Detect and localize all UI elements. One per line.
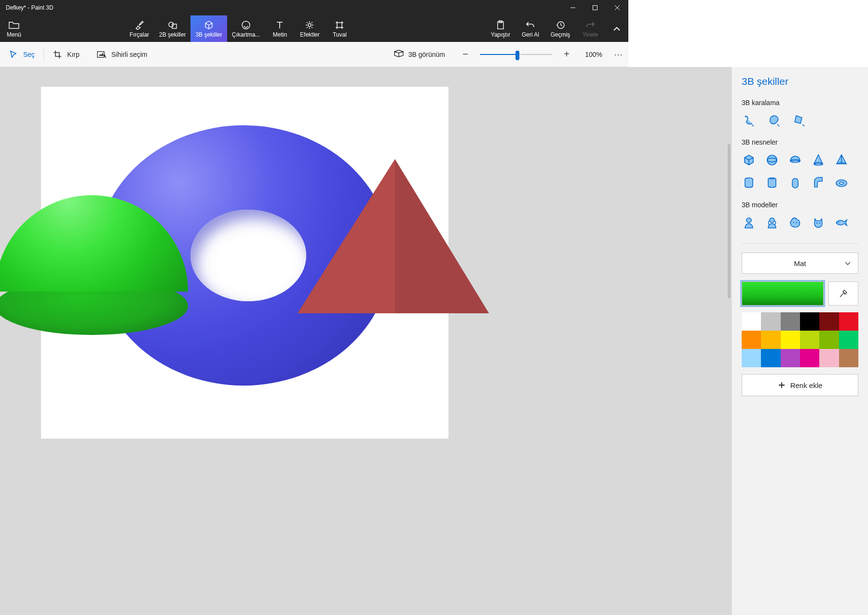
maximize-button[interactable]	[584, 0, 606, 15]
text-button[interactable]: Metin	[265, 15, 295, 42]
menu-label: Menü	[7, 31, 21, 38]
menu-button[interactable]: Menü	[0, 15, 28, 42]
magic-label: Sihirli seçim	[111, 51, 148, 58]
zoom-controls: − + 100%	[460, 49, 609, 60]
history-icon	[556, 20, 565, 30]
select-label: Seç	[23, 51, 35, 58]
brushes-button[interactable]: Fırçalar	[124, 15, 154, 42]
window-title: Defkey* - Paint 3D	[0, 4, 562, 11]
stickers-button[interactable]: Çıkartma...	[227, 15, 265, 42]
view3d-label: 3B görünüm	[408, 51, 445, 58]
shapes3d-button[interactable]: 3B şekiller	[190, 15, 227, 42]
shapes2d-button[interactable]: 2B şekiller	[154, 15, 190, 42]
folder-icon	[9, 20, 19, 30]
more-options-button[interactable]: ⋯	[609, 49, 628, 60]
paste-label: Yapıştır	[491, 31, 510, 38]
sub-toolbar: Seç Kırp Sihirli seçim 3B görünüm − + 10…	[0, 42, 628, 67]
effects-button[interactable]: Efektler	[295, 15, 325, 42]
redo-icon	[585, 20, 595, 30]
cube-icon	[204, 20, 214, 30]
brushes-label: Fırçalar	[130, 31, 149, 38]
undo-label: Geri Al	[522, 31, 539, 38]
zoom-slider[interactable]	[480, 50, 552, 59]
crop-icon	[53, 50, 62, 59]
canvas-icon	[335, 20, 344, 30]
select-tool-button[interactable]: Seç	[0, 42, 43, 67]
canvas-label: Tuval	[333, 31, 347, 38]
svg-rect-5	[337, 23, 342, 27]
stickers-label: Çıkartma...	[232, 31, 260, 38]
text-icon	[275, 20, 285, 30]
svg-point-4	[308, 24, 311, 27]
redo-button[interactable]: Yinele	[575, 15, 605, 42]
sticker-icon	[241, 20, 251, 30]
title-bar: Defkey* - Paint 3D	[0, 0, 628, 15]
close-button[interactable]	[606, 0, 628, 15]
crop-tool-button[interactable]: Kırp	[44, 42, 88, 67]
view3d-icon	[394, 50, 404, 59]
collapse-panel-button[interactable]	[605, 15, 628, 42]
shapes2d-label: 2B şekiller	[159, 31, 186, 38]
undo-icon	[526, 20, 535, 30]
workspace[interactable]	[0, 67, 628, 445]
zoom-in-button[interactable]: +	[561, 49, 572, 60]
hemisphere-object[interactable]	[0, 195, 188, 388]
shapes3d-label: 3B şekiller	[195, 31, 222, 38]
pyramid-object[interactable]	[298, 159, 529, 313]
canvas-area[interactable]	[41, 87, 448, 439]
paste-button[interactable]: Yapıştır	[486, 15, 515, 42]
magic-select-button[interactable]: Sihirli seçim	[88, 42, 156, 67]
svg-point-1	[169, 22, 174, 27]
history-label: Geçmiş	[551, 31, 570, 38]
shapes2d-icon	[168, 20, 177, 30]
zoom-percent-label: 100%	[581, 51, 602, 58]
effects-label: Efektler	[300, 31, 320, 38]
text-label: Metin	[273, 31, 287, 38]
redo-label: Yinele	[583, 31, 598, 38]
canvas-button[interactable]: Tuval	[325, 15, 354, 42]
crop-label: Kırp	[67, 51, 80, 58]
svg-rect-0	[593, 6, 597, 10]
undo-button[interactable]: Geri Al	[515, 15, 545, 42]
brush-icon	[135, 20, 144, 30]
effects-icon	[305, 20, 314, 30]
paste-icon	[496, 20, 505, 30]
zoom-out-button[interactable]: −	[460, 49, 471, 60]
magic-select-icon	[97, 50, 107, 59]
view3d-button[interactable]: 3B görünüm	[394, 50, 445, 59]
top-ribbon: Menü Fırçalar 2B şekiller 3B şekiller Çı…	[0, 15, 628, 42]
minimize-button[interactable]	[562, 0, 584, 15]
history-button[interactable]: Geçmiş	[545, 15, 575, 42]
cursor-icon	[9, 50, 18, 59]
